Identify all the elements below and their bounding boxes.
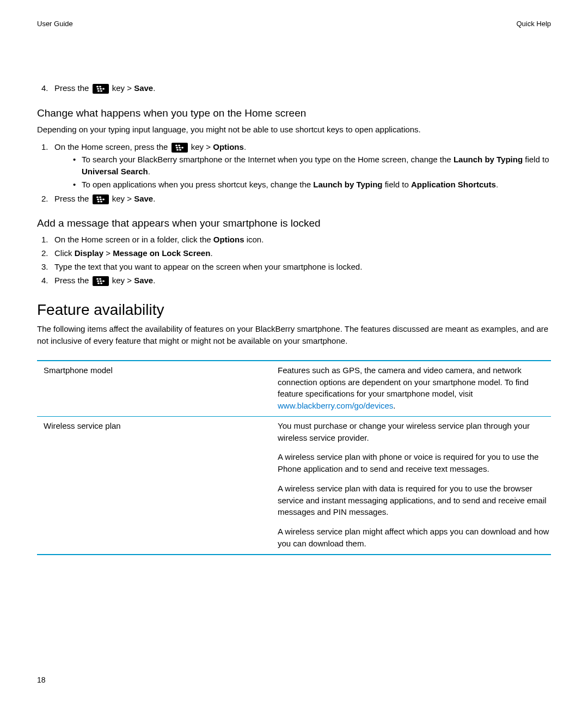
list-item: To search your BlackBerry smartphone or …: [54, 154, 551, 178]
list-item: 4. Press the key > Save.: [37, 82, 551, 94]
text-bold: Save: [134, 276, 153, 285]
text: .: [153, 194, 155, 203]
step-number: 4.: [41, 82, 48, 94]
text: key >: [189, 142, 213, 151]
devices-link[interactable]: www.blackberry.com/go/devices: [278, 401, 393, 410]
text-bold: Launch by Typing: [454, 155, 523, 164]
description: You must purchase or change your wireles…: [278, 420, 551, 550]
list-item: 2. Press the key > Save.: [37, 193, 551, 205]
text: Press the: [54, 194, 91, 203]
text: Features such as GPS, the camera and vid…: [278, 366, 529, 399]
text-bold: Launch by Typing: [313, 180, 382, 189]
steps-b: 1. On the Home screen or in a folder, cl…: [37, 234, 551, 286]
page: User Guide Quick Help 4. Press the key >…: [0, 0, 588, 706]
svg-point-11: [181, 147, 183, 148]
paragraph: A wireless service plan with phone or vo…: [278, 451, 551, 475]
table-row: Smartphone model Features such as GPS, t…: [37, 361, 551, 417]
text: On the Home screen, press the: [54, 142, 170, 151]
text: .: [148, 167, 150, 176]
svg-point-12: [176, 149, 179, 150]
step-number: 1.: [41, 234, 48, 246]
list-item: 3. Type the text that you want to appear…: [37, 261, 551, 273]
text: icon.: [244, 235, 264, 244]
term: Smartphone model: [37, 364, 278, 412]
svg-point-13: [179, 149, 181, 150]
svg-point-7: [175, 144, 177, 146]
prior-list: 4. Press the key > Save.: [37, 82, 551, 94]
text-bold: Universal Search: [82, 167, 148, 176]
header-right: Quick Help: [516, 20, 551, 28]
svg-point-27: [100, 282, 102, 284]
svg-point-21: [96, 278, 99, 279]
text: .: [210, 248, 212, 258]
text: .: [244, 142, 246, 151]
svg-point-10: [179, 147, 181, 148]
list-item: 1. On the Home screen or in a folder, cl…: [37, 234, 551, 246]
svg-point-26: [97, 282, 100, 284]
table-row: Wireless service plan You must purchase …: [37, 417, 551, 555]
body-text: The following items affect the availabil…: [37, 323, 551, 347]
list-item: To open applications when you press shor…: [54, 179, 551, 191]
paragraph: A wireless service plan with data is req…: [278, 483, 551, 518]
text: field to: [383, 180, 412, 189]
svg-point-16: [97, 198, 99, 200]
page-number: 18: [37, 675, 46, 684]
svg-point-6: [100, 90, 102, 92]
text: field to: [523, 155, 549, 164]
text: Click: [54, 248, 75, 258]
svg-point-23: [97, 280, 99, 282]
text: .: [496, 180, 498, 189]
steps-a: 1. On the Home screen, press the key > O…: [37, 141, 551, 205]
svg-point-20: [100, 200, 102, 202]
text: key >: [110, 276, 134, 285]
text: .: [153, 83, 155, 93]
blackberry-key-icon: [93, 194, 109, 204]
svg-point-2: [97, 88, 99, 90]
paragraph: A wireless service plan might affect whi…: [278, 526, 551, 550]
page-header: User Guide Quick Help: [37, 20, 551, 28]
svg-point-15: [99, 196, 101, 198]
svg-point-25: [102, 280, 105, 282]
step-number: 3.: [41, 261, 48, 273]
svg-point-18: [102, 198, 105, 200]
text-bold: Display: [75, 248, 103, 258]
text-bold: Save: [134, 194, 153, 203]
paragraph: You must purchase or change your wireles…: [278, 420, 551, 444]
svg-point-17: [100, 198, 102, 200]
text: key >: [110, 194, 134, 203]
paragraph: Features such as GPS, the camera and vid…: [278, 364, 551, 412]
text-bold: Save: [134, 83, 153, 93]
text-bold: Message on Lock Screen: [113, 248, 210, 258]
step-number: 2.: [41, 193, 48, 205]
svg-point-0: [96, 86, 99, 88]
svg-point-24: [100, 280, 102, 282]
sub-bullets: To search your BlackBerry smartphone or …: [54, 154, 551, 190]
header-left: User Guide: [37, 20, 73, 28]
term: Wireless service plan: [37, 420, 278, 550]
step-number: 2.: [41, 247, 48, 259]
svg-point-1: [99, 86, 101, 88]
text: Press the: [54, 276, 91, 285]
step-number: 1.: [41, 141, 48, 153]
subheading-add-message: Add a message that appears when your sma…: [37, 217, 551, 229]
text: .: [153, 276, 155, 285]
heading-feature-availability: Feature availability: [37, 301, 551, 319]
svg-point-9: [176, 147, 178, 148]
text-bold: Options: [213, 142, 244, 151]
feature-table: Smartphone model Features such as GPS, t…: [37, 360, 551, 555]
svg-point-14: [96, 196, 99, 198]
text-bold: Options: [213, 235, 244, 244]
svg-point-19: [97, 200, 100, 202]
subheading-change-typing: Change what happens when you type on the…: [37, 107, 551, 119]
text: To open applications when you press shor…: [82, 180, 313, 189]
body-text: Depending on your typing input language,…: [37, 124, 551, 136]
text-bold: Application Shortcuts: [411, 180, 496, 189]
svg-point-8: [178, 144, 180, 146]
text: Type the text that you want to appear on…: [54, 262, 362, 271]
list-item: 1. On the Home screen, press the key > O…: [37, 141, 551, 191]
blackberry-key-icon: [93, 276, 109, 286]
text: To search your BlackBerry smartphone or …: [82, 155, 454, 164]
svg-point-3: [100, 88, 102, 90]
text: On the Home screen or in a folder, click…: [54, 235, 213, 244]
blackberry-key-icon: [171, 143, 188, 153]
